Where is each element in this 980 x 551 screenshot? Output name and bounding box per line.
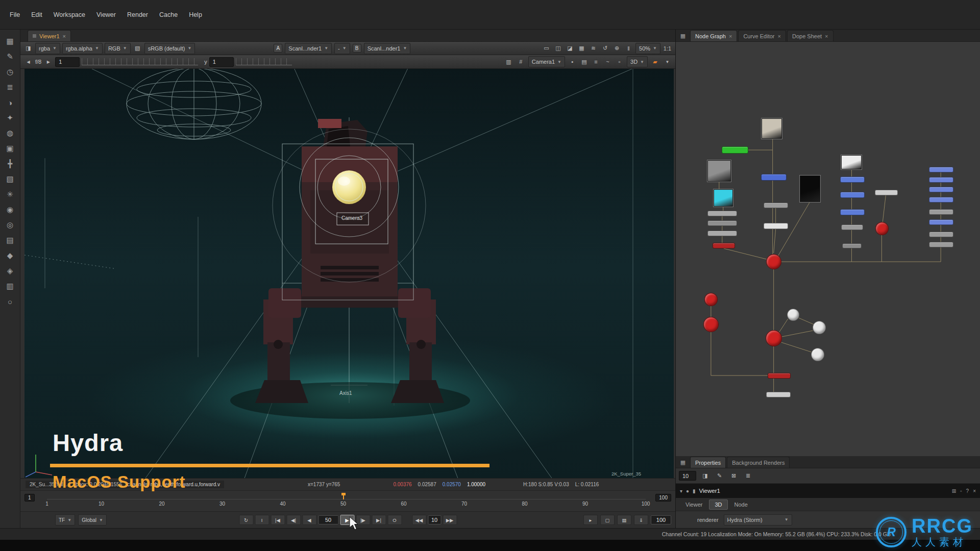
menu-edit[interactable]: Edit (26, 9, 48, 20)
subtab-node[interactable]: Node (729, 499, 753, 510)
menu-viewer[interactable]: Viewer (91, 9, 121, 20)
channel-chip-icon[interactable]: ▮ (693, 488, 696, 494)
gamma-slider[interactable] (236, 58, 292, 65)
lock-icon[interactable]: ▪ (568, 57, 577, 67)
keyer-icon[interactable]: ◍ (1, 126, 19, 141)
graph-node[interactable] (707, 211, 737, 216)
camera-label[interactable]: Camera3 (341, 215, 362, 221)
input-b-dropdown[interactable]: Scanl...nder1▼ (364, 43, 411, 54)
stereo-icon[interactable]: ▥ (504, 57, 513, 67)
graph-node[interactable] (722, 146, 748, 154)
graph-node[interactable] (840, 177, 865, 183)
graph-node[interactable] (703, 317, 719, 332)
ipr-icon[interactable]: ▰ (650, 57, 660, 67)
close-icon[interactable]: × (825, 33, 828, 39)
subtab-3d[interactable]: 3D (709, 499, 727, 510)
range-mode-dropdown[interactable]: Global▼ (78, 514, 107, 525)
alpha-dropdown[interactable]: rgba.alpha▼ (62, 43, 103, 54)
prev-key-button[interactable]: ◀| (286, 515, 301, 525)
graph-node[interactable] (768, 373, 791, 379)
graph-node[interactable] (929, 187, 953, 192)
viewport-3d[interactable]: Camera3 Axis1 2K_Super_35 (24, 69, 674, 478)
other-icon[interactable]: ◈ (1, 263, 19, 279)
merge-icon[interactable]: ▣ (1, 141, 19, 156)
close-icon[interactable]: × (973, 488, 976, 494)
gain-field[interactable]: 1 (55, 57, 80, 67)
menu-render[interactable]: Render (121, 9, 154, 20)
tab-node-graph[interactable]: Node Graph× (690, 30, 737, 41)
graph-node[interactable] (766, 392, 791, 397)
help-icon[interactable]: ? (966, 488, 969, 494)
toolsets-icon[interactable]: ◆ (1, 248, 19, 263)
layer-icon[interactable]: ◨ (23, 43, 33, 53)
layer-icon[interactable]: ▤ (579, 57, 589, 67)
renderer-dropdown[interactable]: Hydra (Storm)▼ (724, 514, 792, 525)
step-forward-button[interactable]: ▶▶ (443, 515, 457, 525)
graph-node[interactable] (813, 321, 826, 334)
stripes-icon[interactable]: ≋ (589, 43, 598, 53)
color-icon[interactable]: ◑ (1, 95, 19, 110)
node-color-icon[interactable]: ● (686, 488, 689, 494)
graph-node[interactable] (811, 348, 824, 361)
panel-menu-icon[interactable]: ▦ (679, 458, 687, 466)
lock-panel-icon[interactable]: ◨ (700, 471, 710, 481)
marquee-icon[interactable]: ▫ (615, 57, 624, 67)
edit-icon[interactable]: ✎ (715, 471, 724, 481)
timeline-track[interactable]: 1102030405060708090100 (47, 493, 646, 510)
goto-start-button[interactable]: |◀ (271, 515, 285, 525)
graph-node[interactable] (704, 293, 718, 306)
graph-node[interactable] (766, 330, 782, 346)
loop-icon[interactable]: ↻ (239, 515, 253, 525)
graph-node[interactable] (929, 167, 953, 172)
play-back-button[interactable]: ◀ (302, 515, 316, 525)
current-frame-field[interactable]: 50 (318, 515, 338, 524)
monitor-icon[interactable]: ▭ (542, 43, 551, 53)
graph-node[interactable] (840, 192, 865, 198)
stop-button[interactable]: O (387, 515, 402, 525)
graph-node[interactable] (929, 219, 953, 225)
image-icon[interactable]: ▦ (1, 34, 19, 49)
time-icon[interactable]: ◷ (1, 64, 19, 80)
playhead[interactable] (343, 493, 344, 499)
graph-node[interactable] (840, 209, 865, 215)
input-a-chip[interactable]: A (274, 44, 282, 53)
graph-node[interactable] (800, 176, 820, 202)
timeline[interactable]: 1 1102030405060708090100 100 (20, 490, 675, 512)
tab-dope-sheet[interactable]: Dope Sheet× (787, 30, 834, 41)
pause-icon[interactable]: ‖ (624, 43, 633, 53)
list-icon[interactable]: ≣ (743, 471, 753, 481)
graph-node[interactable] (787, 309, 799, 321)
grid-icon[interactable]: # (516, 57, 526, 67)
graph-node[interactable] (713, 243, 735, 248)
graph-node[interactable] (766, 254, 781, 269)
graph-node[interactable] (875, 222, 889, 235)
increment-field[interactable]: 10 (428, 515, 441, 524)
refresh-icon[interactable]: ↺ (600, 43, 610, 53)
3d-icon[interactable]: ▧ (1, 171, 19, 187)
more-icon[interactable]: ▼ (663, 57, 672, 67)
close-icon[interactable]: × (729, 33, 732, 39)
graph-node[interactable] (841, 224, 863, 230)
playback-range-end-field[interactable]: 100 (651, 515, 671, 524)
menu-help[interactable]: Help (183, 9, 208, 20)
prev-view-icon[interactable]: ◀ (23, 57, 33, 67)
bounce-icon[interactable]: I (255, 515, 269, 525)
graph-node[interactable] (929, 197, 953, 203)
goto-end-button[interactable]: ▶| (372, 515, 386, 525)
subtab-viewer[interactable]: Viewer (680, 499, 708, 510)
wipe-icon[interactable]: ◪ (565, 43, 575, 53)
graph-node[interactable] (764, 223, 788, 229)
split-icon[interactable]: ◫ (553, 43, 563, 53)
tab-background-renders[interactable]: Background Renders (727, 457, 790, 468)
wave-icon[interactable]: ~ (603, 57, 612, 67)
center-icon[interactable]: ⊞ (952, 488, 956, 494)
range-end-field[interactable]: 100 (655, 494, 671, 502)
zoom-dropdown[interactable]: 50%▼ (635, 43, 660, 54)
camera-dropdown[interactable]: Camera1▼ (528, 56, 565, 67)
close-icon[interactable]: × (63, 33, 66, 39)
pair-icon[interactable]: ▧ (133, 43, 142, 53)
max-panels-field[interactable]: 10 (679, 471, 696, 481)
axis-label[interactable]: Axis1 (339, 390, 352, 396)
download-icon[interactable]: ⇓ (634, 515, 648, 525)
menu-cache[interactable]: Cache (154, 9, 183, 20)
